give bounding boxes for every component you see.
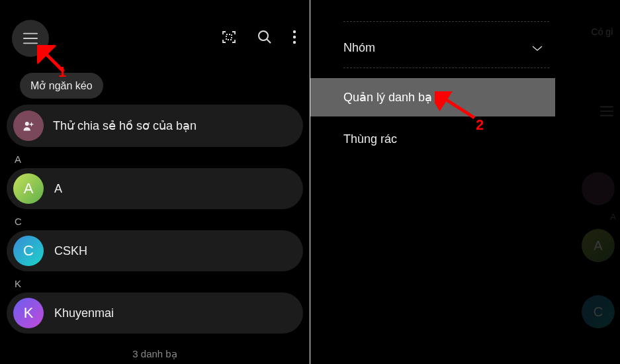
contact-avatar: A [13,173,44,204]
divider-dashed [343,68,549,68]
drawer-screen: Có gì A A C Nhóm Quản lý danh bạ Thùng r… [310,0,620,364]
drawer-label: Quản lý danh bạ [343,90,432,105]
profile-avatar-icon [13,111,44,141]
svg-point-4 [259,31,268,40]
drawer-item-groups[interactable]: Nhóm [343,29,549,67]
share-profile-row[interactable]: Thử chia sẻ hồ sơ của bạn [7,105,303,147]
contact-row-a[interactable]: A A [7,168,303,209]
bg-hamburger-icon [600,106,613,119]
contact-name: CSKH [54,244,87,258]
contact-row-k[interactable]: K Khuyenmai [7,293,303,334]
svg-line-5 [267,39,271,43]
contact-row-c[interactable]: C CSKH [7,230,303,271]
svg-point-11 [25,122,29,126]
svg-point-7 [293,36,296,38]
contact-name: A [54,182,62,196]
divider-dashed [343,21,549,22]
share-profile-label: Thử chia sẻ hồ sơ của bạn [53,118,197,133]
contacts-screen: Mở ngăn kéo 1 Thử chia sẻ hồ sơ của bạn … [0,0,310,364]
bg-section-a: A [610,212,616,222]
bg-avatar-c: C [582,295,615,328]
contact-avatar: C [13,236,44,266]
more-button[interactable] [292,30,296,44]
drawer-item-trash[interactable]: Thùng rác [310,120,555,158]
qr-icon [221,29,237,45]
annotation-label-2: 2 [476,116,484,134]
more-icon [292,30,296,44]
drawer-label: Thùng rác [343,132,397,146]
search-button[interactable] [257,29,273,45]
hamburger-icon [23,32,38,44]
section-header-c: C [15,216,22,227]
chevron-down-icon [532,45,543,52]
contact-count: 3 danh bạ [0,348,310,360]
drawer-item-manage-contacts[interactable]: Quản lý danh bạ [310,78,555,116]
section-header-a: A [15,154,21,165]
background-screen-dimmed: Có gì A A C [555,0,620,364]
bg-profile-avatar [582,172,615,205]
contact-avatar: K [13,298,44,328]
search-icon [257,29,273,45]
navigation-drawer: Nhóm Quản lý danh bạ Thùng rác 2 [310,0,555,364]
qr-scan-button[interactable] [221,29,237,45]
top-bar [0,0,310,66]
drawer-label: Nhóm [343,41,375,55]
section-header-k: K [15,278,21,289]
hamburger-button[interactable] [12,20,49,57]
bg-avatar-a: A [582,229,615,262]
bg-header-fragment: Có gì [555,0,620,37]
contact-name: Khuyenmai [54,306,114,320]
svg-rect-3 [226,34,232,40]
svg-point-8 [293,41,296,44]
annotation-label-1: 1 [58,64,66,81]
svg-point-6 [293,30,296,33]
